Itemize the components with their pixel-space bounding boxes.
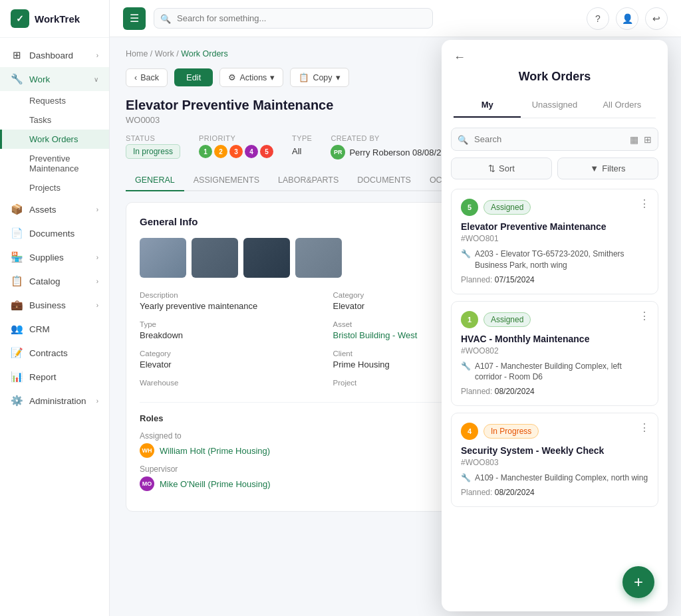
search-input[interactable] (154, 8, 433, 29)
wo-panel-header: ← Work Orders My Unassigned All Orders (442, 40, 668, 118)
sidebar-item-work[interactable]: 🔧Work ∨ (0, 67, 109, 91)
sidebar-item-documents[interactable]: 📄Documents (0, 221, 109, 245)
tab-laborparts[interactable]: LABOR&PARTS (269, 170, 348, 191)
sidebar-item-crm[interactable]: 👥CRM (0, 317, 109, 341)
sidebar-item-business[interactable]: 💼Business › (0, 293, 109, 317)
business-icon: 💼 (11, 299, 23, 311)
wo-card-1-status: Assigned (483, 200, 531, 215)
barcode-icon[interactable]: ▦ (630, 134, 638, 145)
tab-assignments[interactable]: ASSIGNEMENTS (184, 170, 269, 191)
back-button[interactable]: ‹ Back (126, 68, 168, 87)
sidebar-item-administration[interactable]: ⚙️Administration › (0, 389, 109, 413)
logout-button[interactable]: ↩ (645, 7, 668, 30)
wo-search-bar: 🔍 ▦ ⊞ (451, 128, 658, 151)
user-profile-button[interactable]: 👤 (616, 7, 638, 30)
created-by-avatar: PR (331, 145, 345, 159)
sidebar-subitem-workorders[interactable]: Work Orders (0, 130, 109, 149)
wo-card-2-id: #WOO802 (461, 346, 648, 356)
crm-icon: 👥 (11, 323, 23, 335)
wo-filter-row: ⇅ Sort ▼ Filters (451, 157, 658, 179)
priority-dot-4: 4 (245, 145, 258, 158)
catalog-icon: 📋 (11, 275, 23, 287)
sidebar-item-dashboard[interactable]: ⊞Dashboard › (0, 43, 109, 67)
wo-tab-my[interactable]: My (454, 93, 521, 118)
wo-card-3-header: 4 In Progress (461, 423, 648, 440)
meta-type: Type All (292, 134, 312, 157)
search-icon: 🔍 (160, 13, 171, 23)
menu-button[interactable]: ☰ (123, 7, 146, 30)
edit-button[interactable]: Edit (174, 68, 213, 86)
wo-card-1-id: #WOO801 (461, 234, 648, 243)
wo-card-2-status: Assigned (483, 312, 531, 327)
sidebar-item-supplies[interactable]: 🏪Supplies › (0, 245, 109, 269)
location-icon: 🔧 (461, 249, 471, 260)
sidebar-item-catalog[interactable]: 📋Catalog › (0, 269, 109, 293)
wo-search-icon: 🔍 (458, 134, 468, 144)
priority-dot-5: 5 (260, 145, 273, 158)
sort-button[interactable]: ⇅ Sort (451, 157, 552, 179)
app-name: WorkTrek (35, 13, 80, 25)
sidebar-item-report[interactable]: 📊Report (0, 365, 109, 389)
wo-search-input[interactable] (451, 128, 658, 151)
wo-search-actions: ▦ ⊞ (630, 134, 652, 145)
sidebar-item-assets[interactable]: 📦Assets › (0, 197, 109, 221)
priority-dot-1: 1 (199, 145, 212, 158)
photo-2[interactable] (192, 238, 238, 278)
actions-button[interactable]: ⚙ Actions ▾ (219, 68, 283, 87)
priority-dot-2: 2 (214, 145, 227, 158)
tab-documents[interactable]: DOCUMENTS (348, 170, 420, 191)
wo-card-2[interactable]: 1 Assigned ⋮ HVAC - Monthly Maintenance … (451, 301, 658, 407)
wo-card-3-status: In Progress (483, 424, 539, 439)
photo-3[interactable] (243, 238, 290, 278)
type-field: Type Breakdown (140, 320, 315, 340)
wo-tab-allorders[interactable]: All Orders (589, 93, 656, 118)
wo-card-1[interactable]: 5 Assigned ⋮ Elevator Preventive Mainten… (451, 189, 658, 294)
admin-icon: ⚙️ (11, 395, 23, 407)
wo-card-1-menu[interactable]: ⋮ (639, 197, 650, 210)
topbar-actions: ? 👤 ↩ (587, 7, 668, 30)
wo-card-3-menu[interactable]: ⋮ (639, 421, 650, 434)
fab-add-button[interactable]: + (622, 566, 654, 598)
dashboard-icon: ⊞ (11, 49, 23, 61)
wo-card-3-date: Planned: 08/20/2024 (461, 488, 648, 497)
sidebar: WorkTrek ⊞Dashboard › 🔧Work ∨ Requests T… (0, 0, 110, 616)
filter-button[interactable]: ▼ Filters (557, 157, 658, 179)
wo-card-2-header: 1 Assigned (461, 311, 648, 328)
assets-icon: 📦 (11, 203, 23, 215)
search-bar: 🔍 (154, 8, 433, 29)
wo-panel-body: 🔍 ▦ ⊞ ⇅ Sort ▼ Filters 5 Assigned ⋮ Elev… (442, 118, 668, 611)
photo-1[interactable] (140, 238, 186, 278)
wo-tab-unassigned[interactable]: Unassigned (521, 93, 588, 118)
photo-4[interactable] (295, 238, 342, 278)
sidebar-item-contracts[interactable]: 📝Contracts (0, 341, 109, 365)
priority-dots: 1 2 3 4 5 (199, 145, 273, 158)
wo-card-2-badge: 1 (461, 311, 478, 328)
chevron-icon: › (96, 254, 98, 261)
wo-card-2-date: Planned: 08/20/2024 (461, 387, 648, 396)
sidebar-subitem-tasks[interactable]: Tasks (0, 110, 109, 130)
supervisor-avatar: MO (140, 476, 154, 491)
wo-card-3-title: Security System - Weekly Check (461, 445, 648, 456)
help-button[interactable]: ? (587, 7, 609, 30)
wo-card-2-menu[interactable]: ⋮ (639, 310, 650, 322)
sidebar-subitem-projects[interactable]: Projects (0, 178, 109, 197)
wo-panel-tabs: My Unassigned All Orders (454, 93, 656, 118)
wo-card-1-badge: 5 (461, 199, 478, 216)
sidebar-subitem-requests[interactable]: Requests (0, 91, 109, 110)
warehouse-field: Warehouse (140, 379, 315, 389)
contracts-icon: 📝 (11, 347, 23, 359)
category2-field: Category Elevator (140, 350, 315, 369)
wo-back-button[interactable]: ← (454, 51, 466, 64)
logo-icon (11, 9, 29, 28)
hamburger-icon: ☰ (130, 12, 139, 25)
qr-icon[interactable]: ⊞ (644, 134, 652, 145)
wo-card-2-location: 🔧 A107 - Manchester Building Complex, le… (461, 361, 648, 383)
tab-general[interactable]: GENERAL (126, 170, 184, 191)
app-logo: WorkTrek (0, 0, 109, 38)
sidebar-subitem-preventive[interactable]: Preventive Maintenance (0, 149, 109, 178)
wo-panel: ← Work Orders My Unassigned All Orders 🔍… (442, 40, 668, 611)
chevron-icon: › (96, 206, 98, 213)
wo-card-3[interactable]: 4 In Progress ⋮ Security System - Weekly… (451, 413, 658, 507)
copy-button[interactable]: 📋 Copy ▾ (290, 68, 348, 87)
wo-card-3-location: 🔧 A109 - Manchester Building Complex, no… (461, 472, 648, 484)
